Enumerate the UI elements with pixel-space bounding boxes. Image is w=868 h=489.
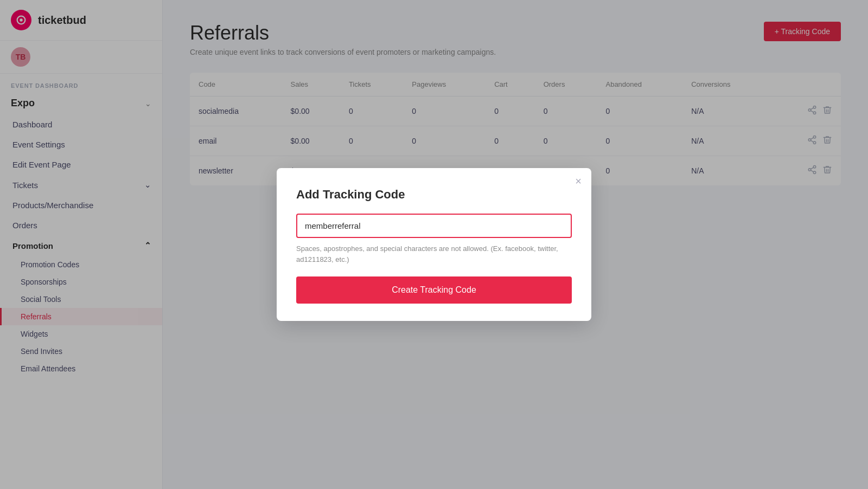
create-tracking-code-button[interactable]: Create Tracking Code bbox=[296, 276, 572, 304]
modal-title: Add Tracking Code bbox=[296, 188, 572, 202]
modal-hint: Spaces, apostrophes, and special charact… bbox=[296, 243, 572, 265]
modal-close-button[interactable]: × bbox=[575, 176, 582, 186]
add-tracking-code-modal: × Add Tracking Code Spaces, apostrophes,… bbox=[277, 168, 591, 321]
tracking-code-input[interactable] bbox=[296, 214, 572, 238]
modal-overlay[interactable]: × Add Tracking Code Spaces, apostrophes,… bbox=[0, 0, 868, 489]
